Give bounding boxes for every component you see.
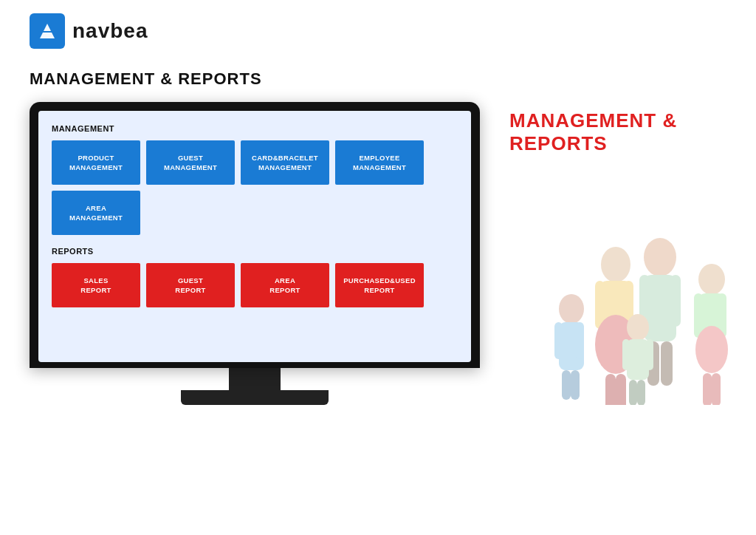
- management-buttons-grid: PRODUCTMANAGEMENT GUESTMANAGEMENT CARD&B…: [52, 140, 458, 235]
- svg-rect-33: [637, 380, 645, 405]
- svg-rect-1: [43, 31, 52, 33]
- svg-point-28: [627, 314, 649, 341]
- card-bracelet-management-button[interactable]: CARD&BRACELETMANAGEMENT: [241, 140, 329, 185]
- guest-report-button[interactable]: GUESTREPORT: [146, 263, 235, 307]
- logo-icon: [35, 19, 59, 43]
- svg-rect-13: [605, 374, 616, 405]
- svg-rect-31: [646, 339, 653, 370]
- svg-point-15: [698, 264, 725, 295]
- monitor-stand-base: [181, 390, 329, 405]
- svg-rect-24: [554, 322, 563, 359]
- header: navbea: [0, 0, 756, 62]
- svg-rect-14: [616, 374, 626, 405]
- svg-point-2: [644, 238, 676, 276]
- monitor-stand-neck: [229, 368, 281, 390]
- svg-rect-7: [661, 341, 673, 386]
- right-section: MANAGEMENT & REPORTS: [495, 102, 741, 405]
- svg-rect-29: [627, 339, 649, 380]
- monitor-frame: MANAGEMENT PRODUCTMANAGEMENT GUESTMANAGE…: [30, 102, 480, 368]
- svg-point-19: [695, 326, 728, 373]
- svg-rect-17: [694, 293, 703, 338]
- reports-buttons-grid: SALESREPORT GUESTREPORT AREAREPORT PURCH…: [52, 263, 458, 307]
- employee-management-button[interactable]: EMPLOYEEMANAGEMENT: [335, 140, 424, 185]
- management-section-label: MANAGEMENT: [52, 124, 458, 133]
- family-illustration: [512, 213, 741, 405]
- reports-section-label: REPORTS: [52, 247, 458, 256]
- svg-rect-27: [571, 370, 580, 400]
- purchased-used-report-button[interactable]: PURCHASED&USEDREPORT: [335, 263, 424, 307]
- svg-rect-32: [629, 380, 637, 405]
- logo-box: [30, 13, 65, 49]
- guest-management-button[interactable]: GUESTMANAGEMENT: [146, 140, 235, 185]
- logo-text: navbea: [72, 19, 148, 43]
- svg-rect-5: [670, 275, 681, 327]
- svg-point-22: [559, 294, 584, 324]
- right-section-title: MANAGEMENT & REPORTS: [509, 109, 677, 155]
- product-management-button[interactable]: PRODUCTMANAGEMENT: [52, 140, 140, 185]
- area-management-button[interactable]: AREAMANAGEMENT: [52, 191, 140, 235]
- sales-report-button[interactable]: SALESREPORT: [52, 263, 140, 307]
- svg-rect-30: [622, 339, 630, 370]
- monitor-section: MANAGEMENT PRODUCTMANAGEMENT GUESTMANAGE…: [15, 102, 495, 405]
- svg-rect-21: [712, 373, 721, 405]
- svg-rect-20: [703, 373, 712, 405]
- page-title: MANAGEMENT & REPORTS: [0, 62, 756, 102]
- main-content: MANAGEMENT PRODUCTMANAGEMENT GUESTMANAGE…: [0, 102, 756, 405]
- svg-rect-25: [576, 322, 584, 359]
- svg-point-8: [601, 247, 630, 282]
- monitor-screen: MANAGEMENT PRODUCTMANAGEMENT GUESTMANAGE…: [38, 111, 471, 362]
- area-report-button[interactable]: AREAREPORT: [241, 263, 329, 307]
- svg-rect-26: [562, 370, 571, 400]
